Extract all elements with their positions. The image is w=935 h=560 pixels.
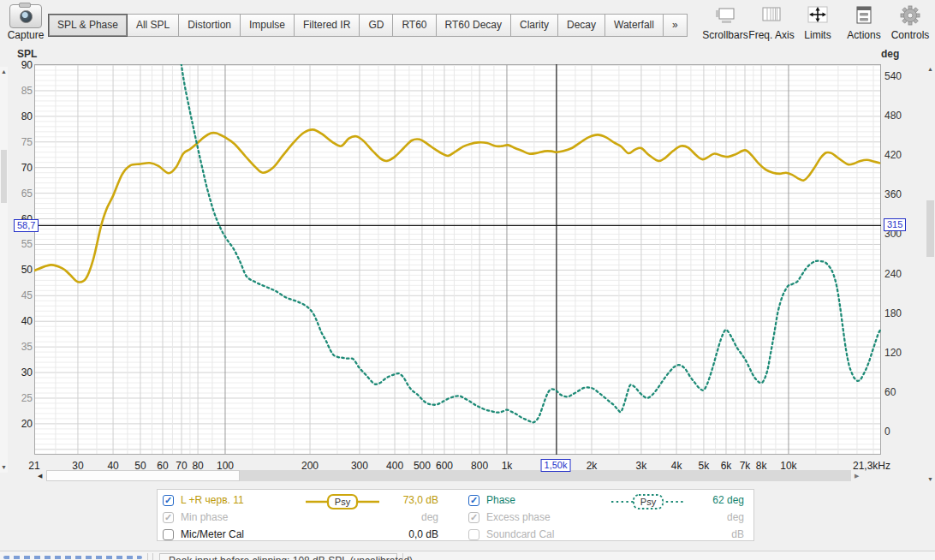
limits-button[interactable]: Limits — [795, 3, 841, 41]
cursor-spl-readout: 58,7 — [14, 219, 39, 232]
scrollbar-thumb[interactable] — [926, 200, 934, 257]
scroll-right-icon[interactable]: ▶ — [855, 473, 859, 479]
left-axis-title: SPL — [17, 48, 37, 60]
tab-all-spl[interactable]: All SPL — [127, 14, 179, 37]
left-tick-label: 70 — [5, 162, 33, 174]
scrollbars-button[interactable]: Scrollbars — [702, 3, 748, 41]
capture-label: Capture — [5, 29, 46, 41]
toolbar-tools: ScrollbarsFreq. AxisLimitsActionsControl… — [702, 3, 933, 41]
left-axis-scrollbar[interactable]: ▲ ▼ — [0, 67, 8, 473]
scrollbars-icon — [702, 3, 748, 28]
frequency-scrollbar[interactable]: ◀ ▶ — [34, 470, 864, 481]
tab-filtered-ir[interactable]: Filtered IR — [294, 14, 360, 37]
left-tick-label: 25 — [5, 392, 33, 404]
scrollbar-thumb[interactable] — [1, 150, 7, 203]
plot-canvas[interactable] — [34, 64, 881, 455]
legend-label: Excess phase — [486, 511, 551, 523]
left-tick-label: 40 — [5, 315, 33, 327]
toolbar: Capture SPL & PhaseAll SPLDistortionImpu… — [0, 0, 935, 50]
scroll-left-icon[interactable]: ◀ — [38, 473, 42, 479]
left-tick-label: 50 — [5, 264, 33, 276]
status-bar: Peak input before clipping: 108 dB SPL (… — [0, 551, 935, 560]
freq-axis-button[interactable]: Freq. Axis — [748, 3, 795, 41]
controls-button[interactable]: Controls — [887, 3, 933, 41]
spl-phase-plot[interactable] — [34, 64, 881, 458]
scroll-up-icon[interactable]: ▲ — [927, 66, 933, 72]
left-tick-label: 30 — [5, 366, 33, 378]
tab-impulse[interactable]: Impulse — [240, 14, 295, 37]
left-tick-label: 85 — [5, 85, 33, 97]
svg-text:Psy: Psy — [640, 497, 657, 507]
camera-icon — [9, 4, 42, 28]
cursor-phase-readout: 315 — [884, 218, 906, 231]
tab-overflow-chevron[interactable]: » — [663, 14, 688, 37]
status-message-panel: Peak input before clipping: 108 dB SPL (… — [159, 553, 397, 560]
left-tick-label: 35 — [5, 341, 33, 353]
right-tick-label: 420 — [884, 149, 912, 161]
input-level-meter-dashes — [3, 556, 142, 559]
right-tick-label: 480 — [884, 110, 912, 122]
left-tick-label: 75 — [5, 136, 33, 148]
left-tick-label: 90 — [5, 59, 33, 71]
legend-value: deg — [665, 511, 744, 523]
limits-icon — [795, 3, 841, 28]
right-tick-label: 0 — [884, 426, 912, 438]
right-axis-scrollbar[interactable]: ▲ ▼ — [926, 63, 935, 485]
tab-waterfall[interactable]: Waterfall — [604, 14, 664, 37]
tab-rt60[interactable]: RT60 — [392, 14, 436, 37]
soundcard-cal-checkbox[interactable] — [468, 529, 479, 540]
tab-clarity[interactable]: Clarity — [510, 14, 558, 37]
actions-icon — [841, 3, 887, 28]
trace-legend-panel: ✓L +R черв. 11Psy73,0 dB✓Min phasedegMic… — [157, 489, 754, 541]
scrollbar-thumb[interactable] — [46, 470, 240, 481]
legend-row: Soundcard CaldB — [158, 527, 755, 545]
legend-row: ✓PhasePsy62 deg — [158, 493, 755, 510]
scroll-down-icon[interactable]: ▼ — [927, 476, 933, 482]
tab-gd[interactable]: GD — [359, 14, 393, 37]
right-tick-label: 240 — [884, 268, 912, 280]
legend-label: Soundcard Cal — [486, 528, 554, 540]
rew-spl-phase-window: Capture SPL & PhaseAll SPLDistortionImpu… — [0, 0, 935, 560]
scroll-down-icon[interactable]: ▼ — [1, 464, 7, 470]
cursor-frequency-readout: 1,50k — [541, 459, 571, 472]
legend-row: ✓Excess phasedeg — [158, 510, 755, 527]
right-axis-title: deg — [881, 48, 899, 60]
left-tick-label: 20 — [5, 418, 33, 430]
tab-spl-phase[interactable]: SPL & Phase — [48, 14, 128, 37]
freq-axis-icon — [748, 3, 795, 28]
actions-button[interactable]: Actions — [841, 3, 887, 41]
gear-icon — [887, 3, 933, 28]
legend-label: Phase — [486, 494, 515, 506]
right-tick-label: 180 — [884, 307, 912, 319]
scroll-up-icon[interactable]: ▲ — [1, 69, 7, 74]
legend-value: 62 deg — [665, 494, 744, 506]
right-tick-label: 60 — [884, 386, 912, 398]
capture-button[interactable]: Capture — [5, 3, 46, 47]
left-tick-label: 45 — [5, 289, 33, 301]
status-message: Peak input before clipping: 108 dB SPL (… — [169, 555, 413, 560]
tab-decay[interactable]: Decay — [557, 14, 605, 37]
tab-rt60-decay[interactable]: RT60 Decay — [436, 14, 511, 37]
tab-distortion[interactable]: Distortion — [178, 14, 241, 37]
left-tick-label: 55 — [5, 238, 33, 250]
legend-value: dB — [665, 528, 744, 540]
right-tick-label: 120 — [884, 347, 912, 359]
left-tick-label: 65 — [5, 188, 33, 200]
right-tick-label: 360 — [884, 188, 912, 200]
right-tick-label: 540 — [884, 70, 912, 82]
phase-checkbox[interactable]: ✓ — [468, 495, 479, 506]
excess-phase-checkbox[interactable]: ✓ — [468, 512, 479, 523]
graph-tab-strip: SPL & PhaseAll SPLDistortionImpulseFilte… — [49, 14, 688, 37]
left-tick-label: 80 — [5, 110, 33, 122]
